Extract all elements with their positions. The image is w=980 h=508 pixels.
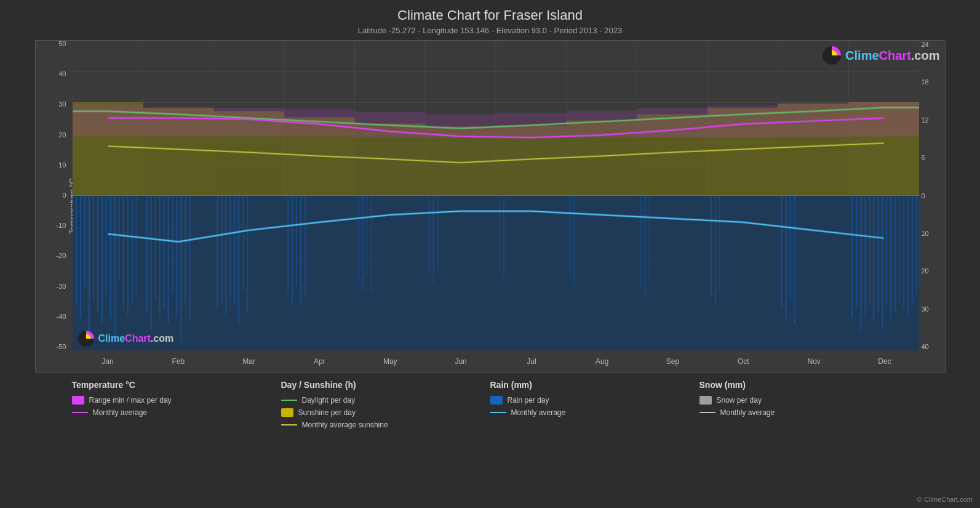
svg-rect-53 bbox=[221, 196, 222, 303]
legend-daylight: Daylight per day bbox=[281, 396, 490, 405]
svg-rect-99 bbox=[907, 196, 909, 315]
month-mar: Mar bbox=[213, 357, 284, 366]
svg-rect-44 bbox=[159, 196, 160, 318]
svg-rect-78 bbox=[648, 196, 650, 281]
legend-rain-per-day: Rain per day bbox=[490, 396, 699, 405]
svg-rect-92 bbox=[877, 196, 878, 312]
svg-rect-49 bbox=[180, 196, 181, 343]
svg-rect-34 bbox=[110, 196, 111, 318]
rain-avg-line bbox=[490, 412, 506, 413]
legend-area: Temperature °C Range min / max per day M… bbox=[35, 373, 946, 429]
svg-rect-52 bbox=[217, 196, 218, 309]
svg-rect-40 bbox=[135, 196, 137, 297]
svg-rect-83 bbox=[785, 196, 786, 318]
svg-rect-123 bbox=[707, 106, 778, 138]
svg-rect-82 bbox=[781, 196, 782, 309]
legend-snow-per-day: Snow per day bbox=[699, 396, 909, 405]
svg-rect-77 bbox=[644, 196, 645, 297]
legend-temp-avg: Monthly average bbox=[72, 408, 281, 417]
svg-rect-57 bbox=[238, 196, 239, 325]
svg-rect-32 bbox=[101, 196, 102, 325]
month-aug: Aug bbox=[567, 357, 637, 366]
svg-rect-58 bbox=[242, 196, 244, 291]
svg-rect-90 bbox=[869, 196, 870, 303]
logo-text-bottom: ClimeChart.com bbox=[98, 333, 174, 344]
svg-rect-100 bbox=[912, 196, 913, 303]
chart-subtitle: Latitude -25.272 - Longitude 153.146 - E… bbox=[358, 26, 622, 35]
svg-rect-43 bbox=[154, 196, 156, 300]
svg-rect-54 bbox=[225, 196, 226, 315]
temp-avg-line bbox=[72, 412, 88, 413]
svg-rect-76 bbox=[640, 196, 641, 288]
legend-sunshine-per-day: Sunshine per day bbox=[281, 408, 490, 417]
svg-rect-51 bbox=[189, 196, 190, 318]
rain-swatch bbox=[490, 396, 503, 405]
svg-rect-98 bbox=[903, 196, 904, 309]
svg-rect-72 bbox=[498, 196, 500, 273]
climechart-logo-icon-bottom bbox=[78, 330, 95, 347]
legend-sunshine-avg: Monthly average sunshine bbox=[281, 421, 490, 429]
svg-rect-56 bbox=[234, 196, 235, 306]
copyright: © ClimeChart.com bbox=[917, 496, 973, 503]
logo-bottom-left: ClimeChart.com bbox=[78, 330, 174, 347]
month-jan: Jan bbox=[73, 357, 143, 366]
svg-rect-27 bbox=[79, 196, 81, 318]
month-feb: Feb bbox=[143, 357, 213, 366]
legend-rain-avg: Monthly average bbox=[490, 408, 699, 417]
svg-rect-47 bbox=[172, 196, 173, 294]
month-nov: Nov bbox=[779, 357, 850, 366]
svg-rect-30 bbox=[92, 196, 94, 300]
svg-rect-115 bbox=[143, 107, 213, 137]
svg-rect-89 bbox=[864, 196, 866, 315]
svg-rect-88 bbox=[860, 196, 861, 331]
svg-rect-75 bbox=[573, 196, 575, 284]
svg-rect-28 bbox=[84, 196, 85, 288]
svg-rect-84 bbox=[789, 196, 791, 300]
svg-rect-62 bbox=[295, 196, 297, 284]
svg-rect-85 bbox=[794, 196, 795, 325]
svg-rect-46 bbox=[167, 196, 169, 325]
svg-rect-68 bbox=[370, 196, 372, 294]
sunshine-swatch bbox=[281, 408, 293, 417]
svg-rect-59 bbox=[247, 196, 248, 312]
svg-rect-48 bbox=[176, 196, 177, 315]
chart-title: Climate Chart for Fraser Island bbox=[397, 7, 583, 23]
svg-rect-101 bbox=[916, 196, 917, 294]
svg-rect-60 bbox=[287, 196, 288, 294]
month-may: May bbox=[355, 357, 426, 366]
svg-rect-86 bbox=[851, 196, 853, 318]
legend-snow-avg: Monthly average bbox=[699, 408, 909, 417]
month-dec: Dec bbox=[850, 357, 920, 366]
svg-rect-94 bbox=[886, 196, 887, 306]
svg-rect-45 bbox=[163, 196, 164, 309]
svg-rect-74 bbox=[569, 196, 570, 275]
climechart-logo-icon-top bbox=[822, 46, 842, 65]
snow-avg-line bbox=[699, 412, 715, 413]
legend-temp-range: Range min / max per day bbox=[72, 396, 281, 405]
svg-rect-67 bbox=[366, 196, 367, 275]
svg-rect-79 bbox=[710, 196, 711, 297]
svg-rect-31 bbox=[97, 196, 98, 312]
svg-rect-69 bbox=[428, 196, 429, 275]
svg-rect-65 bbox=[357, 196, 359, 281]
svg-rect-114 bbox=[73, 105, 143, 137]
svg-rect-93 bbox=[882, 196, 883, 328]
svg-rect-42 bbox=[150, 196, 151, 331]
x-axis: Jan Feb Mar Apr May Jun Jul Aug Sep Oct … bbox=[73, 350, 920, 372]
legend-rain: Rain (mm) Rain per day Monthly average bbox=[490, 380, 699, 429]
svg-rect-81 bbox=[719, 196, 720, 291]
svg-rect-37 bbox=[122, 196, 124, 306]
legend-sunshine-title: Day / Sunshine (h) bbox=[281, 380, 490, 390]
svg-rect-61 bbox=[291, 196, 292, 303]
svg-rect-66 bbox=[362, 196, 363, 291]
month-jul: Jul bbox=[496, 357, 567, 366]
svg-rect-80 bbox=[714, 196, 715, 306]
svg-rect-87 bbox=[856, 196, 857, 309]
svg-rect-73 bbox=[503, 196, 504, 278]
chart-svg bbox=[73, 41, 919, 350]
svg-rect-96 bbox=[894, 196, 896, 312]
svg-rect-63 bbox=[300, 196, 301, 306]
page-wrapper: Climate Chart for Fraser Island Latitude… bbox=[0, 0, 980, 508]
month-oct: Oct bbox=[708, 357, 779, 366]
svg-rect-38 bbox=[127, 196, 128, 315]
